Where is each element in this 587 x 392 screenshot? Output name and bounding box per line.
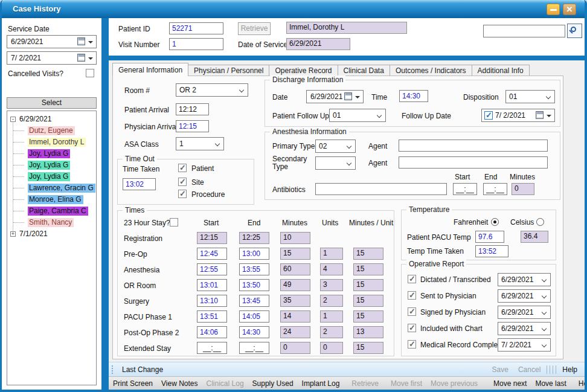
times-end-input[interactable] — [239, 263, 269, 275]
follow-up-date-checkbox[interactable] — [484, 111, 493, 120]
times-end-input[interactable] — [239, 295, 269, 307]
fahrenheit-radio[interactable] — [491, 218, 499, 226]
patient-follow-up-combo[interactable]: 01 — [329, 109, 386, 122]
collapse-icon[interactable]: - — [10, 117, 16, 122]
times-end-input[interactable] — [239, 248, 269, 260]
room-combo[interactable]: OR 2 — [176, 83, 248, 97]
tree-item-patient[interactable]: Paige, Cambria C — [7, 205, 96, 217]
patient-id-input[interactable] — [169, 22, 223, 34]
tab-additional-info[interactable]: Additional Info — [472, 65, 530, 76]
discharge-time-input[interactable] — [399, 90, 428, 102]
temp-time-taken-input[interactable] — [475, 245, 508, 257]
tree-node-date[interactable]: + 7/1/2021 — [7, 228, 96, 240]
times-end-input[interactable] — [239, 342, 269, 354]
medical-record-complete-checkbox[interactable] — [408, 340, 416, 349]
times-start-input[interactable] — [197, 326, 227, 338]
print-screen-button[interactable]: Print Screen — [113, 379, 153, 388]
included-with-chart-date-combo[interactable]: 6/29/2021 — [498, 322, 551, 335]
discharge-date-value: 6/29/2021 — [310, 92, 342, 101]
cancelled-visits-checkbox[interactable] — [86, 69, 94, 77]
times-start-input[interactable] — [197, 279, 227, 291]
visit-number-label: Visit Number — [118, 40, 159, 49]
celsius-radio[interactable] — [536, 218, 544, 226]
statusbar-help-button[interactable]: Help — [562, 365, 577, 374]
search-button[interactable] — [567, 24, 582, 38]
follow-up-date-value: 7/ 2/2021 — [495, 111, 525, 120]
times-start-input[interactable] — [197, 263, 227, 275]
select-button[interactable]: Select — [7, 97, 97, 109]
times-end-input[interactable] — [239, 279, 269, 291]
dictated-transcribed-checkbox[interactable] — [408, 275, 416, 283]
time-taken-input[interactable] — [123, 178, 156, 190]
clinical-log-button[interactable]: Clinical Log — [207, 379, 244, 388]
tree-item-patient[interactable]: Immel, Dorothy L — [7, 137, 96, 148]
tree-node-date[interactable]: - 6/29/2021 — [7, 114, 96, 125]
tree-item-patient[interactable]: Monroe, Elina G — [7, 194, 96, 205]
times-start-input[interactable] — [197, 310, 227, 323]
antibiotics-end-input[interactable] — [483, 183, 507, 195]
search-input[interactable] — [483, 25, 565, 37]
toolbar-help-button[interactable]: Help — [579, 379, 587, 388]
tree-item-patient[interactable]: Joy, Lydia G — [7, 171, 96, 182]
timeout-procedure-checkbox[interactable] — [178, 190, 187, 198]
tab-operative-record[interactable]: Operative Record — [269, 65, 338, 76]
antibiotics-start-input[interactable] — [453, 183, 477, 195]
asa-class-combo[interactable]: 1 — [176, 137, 224, 150]
save-button[interactable]: Save — [492, 365, 508, 374]
service-date-to-picker[interactable]: 7/ 2/2021 — [7, 51, 97, 65]
pacu-temp-f-input[interactable] — [475, 231, 504, 243]
follow-up-date-picker[interactable]: 7/ 2/2021 — [481, 109, 555, 122]
primary-type-combo[interactable]: 02 — [315, 140, 356, 153]
view-notes-button[interactable]: View Notes — [161, 379, 197, 388]
tree-item-patient[interactable]: Lawrence, Gracin G — [7, 182, 96, 194]
tree-item-patient[interactable]: Joy, Lydia G — [7, 159, 96, 171]
secondary-agent-input[interactable] — [399, 156, 548, 169]
secondary-type-combo[interactable] — [315, 156, 356, 170]
grip-handle[interactable] — [111, 365, 114, 374]
times-end-input[interactable] — [239, 326, 269, 338]
minimize-button[interactable] — [547, 4, 560, 15]
23-hour-stay-checkbox[interactable] — [170, 218, 178, 227]
retrieve-button[interactable]: Retrieve — [238, 22, 271, 35]
signed-by-physician-date-combo[interactable]: 6/29/2021 — [498, 306, 551, 319]
tree-item-patient[interactable]: Smith, Nancy — [7, 217, 96, 228]
times-end-input[interactable] — [239, 310, 269, 323]
move-first-button[interactable]: Move first — [391, 379, 422, 388]
move-last-button[interactable]: Move last — [535, 379, 566, 388]
retrieve-toolbar-button[interactable]: Retrieve — [351, 379, 379, 388]
times-start-input[interactable] — [197, 342, 227, 354]
dictated-transcribed-date-combo[interactable]: 6/29/2021 — [498, 273, 551, 286]
implant-log-button[interactable]: Implant Log — [302, 379, 340, 388]
tree-item-patient[interactable]: Dutz, Eugene — [7, 125, 96, 137]
sent-to-physician-checkbox[interactable] — [408, 291, 416, 300]
times-start-input[interactable] — [197, 248, 227, 260]
discharge-date-picker[interactable]: 6/29/2021 — [306, 90, 364, 103]
supply-used-button[interactable]: Supply Used — [252, 379, 294, 388]
chevron-down-icon — [542, 342, 547, 347]
sent-to-physician-date-combo[interactable]: 6/29/2021 — [498, 289, 551, 303]
timeout-site-checkbox[interactable] — [178, 178, 187, 186]
medical-record-complete-date-combo[interactable]: 7/ 2/2021 — [498, 338, 551, 352]
primary-agent-input[interactable] — [399, 140, 548, 152]
physician-arrival-input[interactable] — [176, 120, 209, 132]
tab-outcomes-indicators[interactable]: Outcomes / Indicators — [390, 65, 472, 76]
move-next-button[interactable]: Move next — [493, 379, 527, 388]
antibiotics-input[interactable] — [315, 183, 447, 195]
tab-general-information[interactable]: General Information — [112, 63, 188, 76]
times-start-input[interactable] — [197, 295, 227, 307]
patient-name: Paige, Cambria C — [28, 207, 88, 216]
signed-by-physician-checkbox[interactable] — [408, 307, 416, 316]
timeout-patient-checkbox[interactable] — [178, 164, 187, 172]
cancel-button[interactable]: Cancel — [518, 365, 540, 374]
tab-clinical-data[interactable]: Clinical Data — [338, 65, 390, 76]
move-previous-button[interactable]: Move previous — [431, 379, 478, 388]
patient-arrival-input[interactable] — [176, 103, 209, 115]
visit-number-input[interactable] — [169, 38, 223, 50]
tab-physician-personnel[interactable]: Physician / Personnel — [188, 65, 269, 76]
included-with-chart-checkbox[interactable] — [408, 324, 416, 332]
disposition-combo[interactable]: 01 — [505, 90, 555, 103]
close-button[interactable]: ✕ — [563, 4, 576, 15]
service-date-from-picker[interactable]: 6/29/2021 — [7, 35, 97, 48]
tree-item-patient[interactable]: Joy, Lydia G — [7, 148, 96, 159]
expand-icon[interactable]: + — [10, 231, 16, 237]
